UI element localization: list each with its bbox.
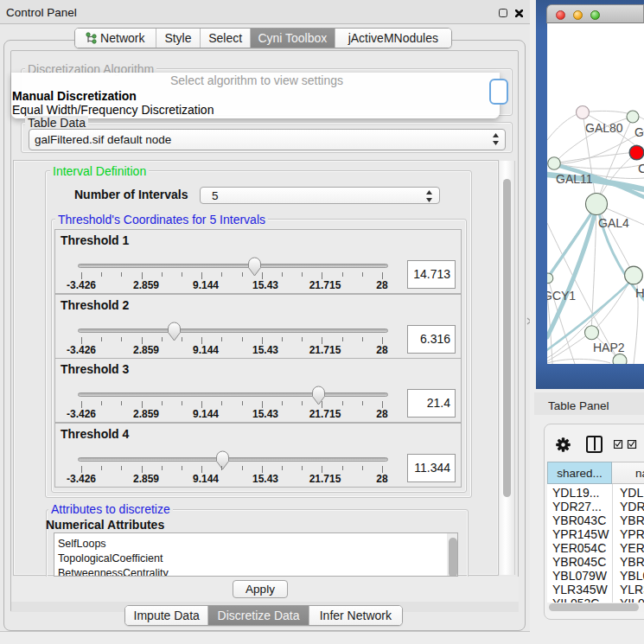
svg-text:GAL4: GAL4 <box>598 216 629 230</box>
svg-text:G: G <box>634 125 644 139</box>
svg-text:GAL11: GAL11 <box>556 172 593 186</box>
svg-text:H: H <box>635 285 644 300</box>
svg-text:HAP2: HAP2 <box>593 341 625 354</box>
svg-text:C: C <box>638 161 644 175</box>
svg-text:GCY1: GCY1 <box>547 289 576 303</box>
svg-text:GAL80: GAL80 <box>585 121 623 135</box>
